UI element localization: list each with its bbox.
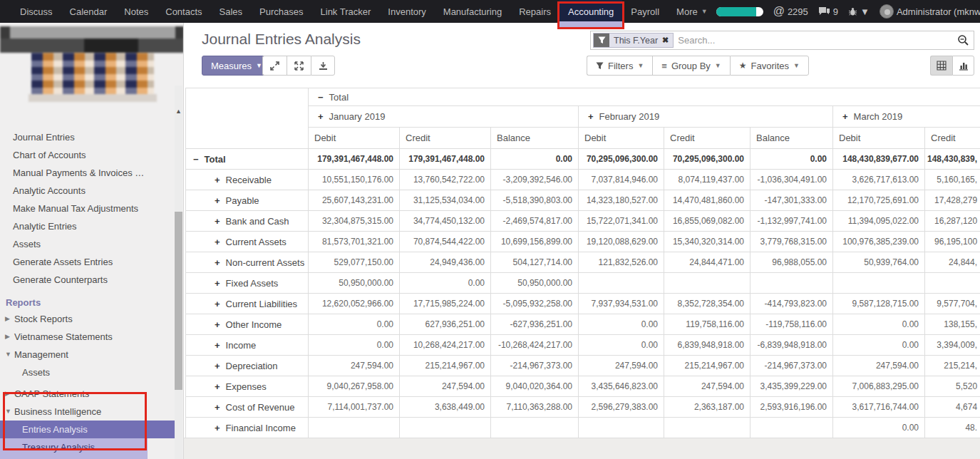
pivot-row-header-bank-and-cash[interactable]: +Bank and Cash xyxy=(186,211,309,232)
progress-bar-fill xyxy=(716,7,756,16)
pivot-measure-march-2019-debit[interactable]: Debit xyxy=(833,128,925,149)
sidebar-item-manual-payments-invoices[interactable]: Manual Payments & Invoices … xyxy=(0,164,184,182)
pivot-row-current-liabilities: +Current Liabilities12,620,052,966.0017,… xyxy=(186,294,980,314)
pivot-row-header-income[interactable]: +Income xyxy=(186,335,309,356)
topbar-menu-contacts[interactable]: Contacts xyxy=(157,0,210,23)
expand-icon[interactable]: + xyxy=(215,423,220,433)
expand-icon[interactable]: + xyxy=(215,299,220,309)
expand-icon[interactable]: + xyxy=(318,111,324,122)
sidebar-item-gaap-statements[interactable]: ▶GAAP Statements xyxy=(0,385,184,403)
pivot-view-button[interactable] xyxy=(930,56,952,76)
topbar-menu-payroll[interactable]: Payroll xyxy=(622,0,668,23)
topbar-menu-repairs[interactable]: Repairs xyxy=(510,0,559,23)
pivot-measure-february-2019-credit[interactable]: Credit xyxy=(664,128,751,149)
topbar-menu-discuss[interactable]: Discuss xyxy=(11,0,61,23)
pivot-cell: 179,391,467,448.00 xyxy=(400,149,491,170)
pivot-cell: 0.00 xyxy=(579,335,664,356)
filters-button[interactable]: Filters ▼ xyxy=(587,56,652,76)
sidebar-item-journal-entries[interactable]: Journal Entries xyxy=(0,128,184,146)
sidebar-item-make-manual-tax-adjustments[interactable]: Make Manual Tax Adjustments xyxy=(0,200,184,217)
scroll-up-icon[interactable]: ▲ xyxy=(175,108,182,115)
pivot-row-header-expenses[interactable]: +Expenses xyxy=(186,376,309,397)
pivot-row-header-fixed-assets[interactable]: +Fixed Assets xyxy=(186,273,309,294)
download-button[interactable] xyxy=(311,56,335,76)
sidebar-item-generate-assets-entries[interactable]: Generate Assets Entries xyxy=(0,253,184,271)
pivot-row-header-payable[interactable]: +Payable xyxy=(186,190,309,211)
pivot-colgroup-total[interactable]: −Total xyxy=(309,88,980,106)
expand-icon[interactable]: + xyxy=(215,361,220,371)
topbar-menu-link-tracker[interactable]: Link Tracker xyxy=(312,0,380,23)
expand-icon[interactable]: + xyxy=(842,111,848,122)
top-navbar: DiscussCalendarNotesContactsSalesPurchas… xyxy=(0,0,980,23)
pivot-colgroup-february-2019[interactable]: +February 2019 xyxy=(579,106,833,128)
sidebar-item-generate-counterparts[interactable]: Generate Counterparts xyxy=(0,271,184,289)
debug-menu[interactable]: ▼ xyxy=(848,6,870,17)
facet-remove-icon[interactable]: ✖ xyxy=(662,36,669,45)
pivot-measure-january-2019-balance[interactable]: Balance xyxy=(491,128,579,149)
expand-icon[interactable]: + xyxy=(215,402,220,413)
facet-label: This F.Year xyxy=(614,36,658,46)
sidebar-item-treasury-analysis[interactable]: Treasury Analysis xyxy=(0,438,148,456)
topbar-menu-more[interactable]: More▼ xyxy=(668,0,716,23)
pivot-row-header-current-assets[interactable]: +Current Assets xyxy=(186,232,309,252)
sidebar-item-analytic-accounts[interactable]: Analytic Accounts xyxy=(0,182,184,200)
search-icon[interactable] xyxy=(957,34,969,46)
topbar-menu-inventory[interactable]: Inventory xyxy=(379,0,434,23)
pivot-cell: 247,594.00 xyxy=(664,376,751,397)
topbar-menu-accounting[interactable]: Accounting xyxy=(559,0,622,23)
sidebar-item-entries-analysis[interactable]: Entries Analysis xyxy=(0,421,175,438)
measures-button[interactable]: Measures ▼ xyxy=(202,56,272,76)
topbar-menu-calendar[interactable]: Calendar xyxy=(61,0,116,23)
expand-all-button[interactable] xyxy=(262,56,287,76)
expand-icon[interactable]: + xyxy=(215,278,220,289)
collapse-icon[interactable]: − xyxy=(318,92,324,103)
expand-icon[interactable]: + xyxy=(215,257,220,268)
sidebar-item-assets[interactable]: Assets xyxy=(0,363,184,381)
topbar-menu-purchases[interactable]: Purchases xyxy=(251,0,311,23)
topbar-menu-notes[interactable]: Notes xyxy=(115,0,157,23)
user-menu[interactable]: Administrator (mknwyp... ▼ xyxy=(880,4,980,19)
expand-icon[interactable]: + xyxy=(215,319,220,330)
sidebar-item-analytic-entries-analysis[interactable]: Analytic Entries Analysis xyxy=(0,456,148,459)
mention-counter[interactable]: @ 2295 xyxy=(773,5,808,18)
sidebar-item-assets[interactable]: Assets xyxy=(0,235,184,253)
sidebar-item-analytic-entries[interactable]: Analytic Entries xyxy=(0,217,184,235)
sidebar-item-vietnamese-statements[interactable]: ▶Vietnamese Statements xyxy=(0,328,184,346)
pivot-row-header-receivable[interactable]: +Receivable xyxy=(186,170,309,190)
pivot-row-header-depreciation[interactable]: +Depreciation xyxy=(186,356,309,376)
pivot-row-header-financial-income[interactable]: +Financial Income xyxy=(186,418,309,438)
sidebar-item-stock-reports[interactable]: ▶Stock Reports xyxy=(0,310,184,328)
pivot-row-header-current-liabilities[interactable]: +Current Liabilities xyxy=(186,294,309,314)
pivot-row-header-cost-of-revenue[interactable]: +Cost of Revenue xyxy=(186,397,309,418)
expand-icon[interactable]: + xyxy=(215,381,220,392)
sidebar-item-chart-of-accounts[interactable]: Chart of Accounts xyxy=(0,146,184,164)
topbar-menu-manufacturing[interactable]: Manufacturing xyxy=(435,0,510,23)
flip-axis-button[interactable] xyxy=(287,56,311,76)
expand-icon[interactable]: + xyxy=(215,237,220,247)
pivot-measure-february-2019-balance[interactable]: Balance xyxy=(751,128,833,149)
expand-icon[interactable]: + xyxy=(588,111,594,122)
topbar-menu-sales[interactable]: Sales xyxy=(211,0,252,23)
search-input[interactable] xyxy=(678,35,957,46)
collapse-icon[interactable]: − xyxy=(193,154,199,165)
pivot-measure-january-2019-debit[interactable]: Debit xyxy=(309,128,400,149)
pivot-row-header-other-income[interactable]: +Other Income xyxy=(186,314,309,335)
group-by-button[interactable]: ≡ Group By ▼ xyxy=(652,56,729,76)
favorites-button[interactable]: ★ Favorites ▼ xyxy=(730,56,809,76)
pivot-measure-february-2019-debit[interactable]: Debit xyxy=(579,128,664,149)
expand-icon[interactable]: + xyxy=(215,175,220,185)
graph-view-button[interactable] xyxy=(952,56,974,76)
expand-icon[interactable]: + xyxy=(215,216,220,227)
sidebar-item-business-intelligence[interactable]: ▼Business Intelligence xyxy=(0,403,184,421)
sidebar-item-management[interactable]: ▼Management xyxy=(0,346,184,363)
pivot-row-header-total[interactable]: −Total xyxy=(186,149,309,170)
pivot-colgroup-march-2019[interactable]: +March 2019 xyxy=(833,106,980,128)
pivot-colgroup-january-2019[interactable]: +January 2019 xyxy=(309,106,579,128)
messages-counter[interactable]: 9 xyxy=(818,6,838,17)
pivot-row-header-non-current-assets[interactable]: +Non-current Assets xyxy=(186,252,309,273)
expand-icon[interactable]: + xyxy=(215,340,220,351)
pivot-measure-march-2019-credit[interactable]: Credit xyxy=(925,128,980,149)
pivot-measure-january-2019-credit[interactable]: Credit xyxy=(400,128,491,149)
expand-icon[interactable]: + xyxy=(215,195,220,206)
sidebar-scrollbar-thumb[interactable] xyxy=(175,212,182,390)
